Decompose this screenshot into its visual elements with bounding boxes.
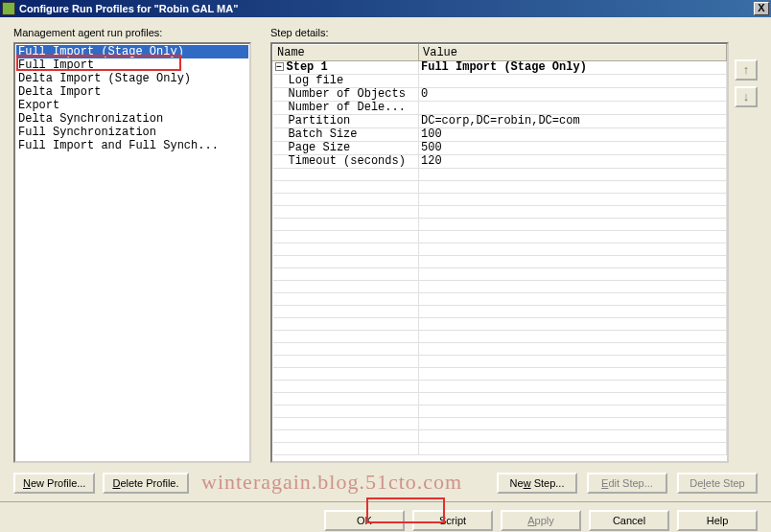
table-row — [273, 268, 727, 281]
list-item[interactable]: Delta Import — [16, 85, 248, 99]
list-item[interactable]: Full Import and Full Synch... — [16, 139, 248, 152]
table-row[interactable]: Batch Size100 — [273, 128, 727, 142]
table-row — [273, 381, 727, 393]
grid-header-row: Name Value — [273, 45, 727, 61]
table-row — [273, 443, 727, 455]
table-row — [273, 293, 727, 306]
move-up-button[interactable]: ↑ — [735, 59, 758, 81]
table-row — [273, 331, 727, 343]
list-item[interactable]: Full Import (Stage Only) — [16, 45, 248, 58]
new-profile-button[interactable]: New Profile... — [13, 473, 95, 494]
table-row — [273, 169, 727, 181]
table-row — [273, 281, 727, 293]
col-name[interactable]: Name — [273, 45, 419, 61]
list-item[interactable]: Delta Import (Stage Only) — [16, 72, 248, 85]
ok-button[interactable]: OK — [324, 510, 405, 531]
step-details-label: Step details: — [270, 27, 758, 38]
table-row — [273, 343, 727, 356]
table-row — [273, 243, 727, 256]
window-title: Configure Run Profiles for "Robin GAL MA… — [19, 3, 754, 14]
col-value[interactable]: Value — [419, 45, 727, 61]
table-row — [273, 306, 727, 318]
profiles-label: Management agent run profiles: — [13, 27, 251, 38]
table-row[interactable]: Page Size500 — [273, 142, 727, 155]
bottom-bar: OK Script Apply Cancel Help — [0, 501, 771, 532]
table-row — [273, 231, 727, 243]
apply-button[interactable]: Apply — [501, 510, 581, 531]
table-row — [273, 430, 727, 443]
titlebar: Configure Run Profiles for "Robin GAL MA… — [0, 0, 771, 17]
step-value: Full Import (Stage Only) — [419, 61, 727, 75]
delete-step-button[interactable]: Delete Step — [677, 473, 758, 494]
table-row[interactable]: PartitionDC=corp,DC=robin,DC=com — [273, 115, 727, 128]
script-button[interactable]: Script — [412, 510, 493, 531]
cancel-button[interactable]: Cancel — [589, 510, 669, 531]
table-row — [273, 405, 727, 418]
list-item[interactable]: Export — [16, 99, 248, 112]
step-name: Step 1 — [287, 60, 328, 74]
table-row — [273, 256, 727, 268]
new-step-button[interactable]: New Step... — [497, 473, 577, 494]
table-row — [273, 393, 727, 405]
app-icon — [2, 2, 15, 15]
table-row — [273, 194, 727, 206]
table-row[interactable]: Log file — [273, 75, 727, 88]
table-row — [273, 356, 727, 368]
table-row — [273, 206, 727, 219]
collapse-icon[interactable]: − — [275, 62, 284, 71]
list-item[interactable]: Full Synchronization — [16, 126, 248, 139]
step-details-grid[interactable]: Name Value −Step 1 Full Import (Stage On… — [270, 42, 729, 463]
table-row — [273, 219, 727, 231]
help-button[interactable]: Help — [677, 510, 758, 531]
table-row[interactable]: Number of Objects0 — [273, 88, 727, 102]
delete-profile-button[interactable]: Delete Profile. — [103, 473, 188, 494]
close-button[interactable]: X — [754, 2, 769, 15]
table-row — [273, 418, 727, 430]
table-row — [273, 368, 727, 381]
table-row[interactable]: −Step 1 Full Import (Stage Only) — [273, 61, 727, 75]
table-row — [273, 318, 727, 331]
table-row[interactable]: Timeout (seconds)120 — [273, 155, 727, 169]
profiles-listbox[interactable]: Full Import (Stage Only) Full Import Del… — [13, 42, 251, 463]
list-item[interactable]: Delta Synchronization — [16, 112, 248, 126]
list-item[interactable]: Full Import — [16, 58, 248, 72]
edit-step-button[interactable]: Edit Step... — [587, 473, 667, 494]
table-row — [273, 181, 727, 194]
move-down-button[interactable]: ↓ — [735, 86, 758, 107]
table-row[interactable]: Number of Dele... — [273, 102, 727, 115]
